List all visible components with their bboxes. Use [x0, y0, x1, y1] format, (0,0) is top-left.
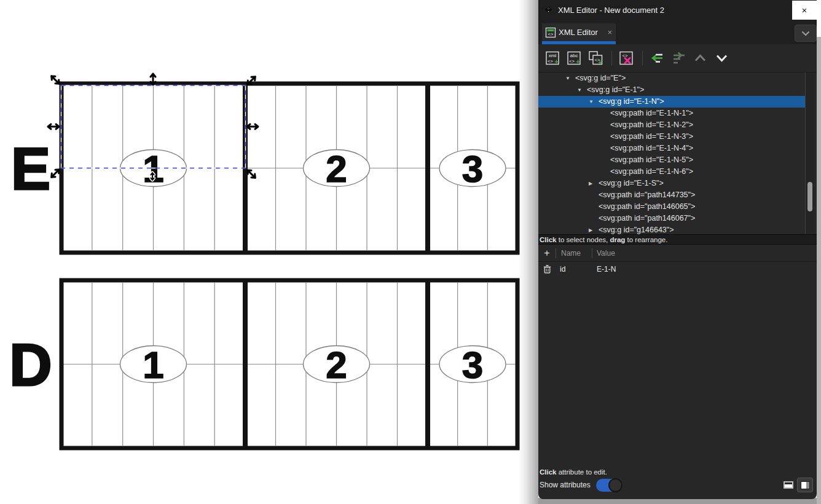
duplicate-node-icon: <> + — [587, 50, 604, 66]
toolbar-separator — [611, 51, 612, 66]
attribute-row[interactable]: idE-1-N — [538, 262, 817, 277]
svg-text:<>: <> — [569, 58, 575, 64]
unindent-node-button[interactable] — [647, 49, 667, 68]
show-attributes-label: Show attributes — [540, 481, 591, 489]
show-attributes-toggle[interactable] — [596, 479, 622, 492]
xml-node-text: <svg:path id="E-1-N-6"> — [610, 166, 693, 178]
svg-text:+: + — [554, 58, 558, 65]
xml-tree-node[interactable]: <svg:path id="path144735"> — [538, 189, 817, 201]
new-element-node-button[interactable]: xml <> + — [543, 49, 562, 68]
xml-node-text: <svg:g id="E-1"> — [587, 84, 644, 96]
xml-tree-node[interactable]: ▼<svg:g id="E"> — [538, 73, 817, 84]
xml-tree-node[interactable]: <svg:path id="E-1-N-5"> — [538, 154, 817, 166]
xml-tree-node[interactable]: ▶<svg:g id="g146643"> — [538, 224, 817, 234]
xml-node-text: <svg:path id="path146067"> — [599, 213, 695, 224]
xml-tree-node[interactable]: <svg:path id="path146065"> — [538, 201, 817, 213]
new-element-node-icon: xml <> + — [544, 50, 561, 66]
xml-node-text: <svg:path id="path146065"> — [599, 201, 695, 213]
layout-horizontal-button[interactable] — [781, 478, 796, 492]
xml-tree-node[interactable]: <svg:path id="E-1-N-4"> — [538, 143, 817, 154]
xml-node-text: <svg:g id="E"> — [575, 73, 626, 84]
hint-text: to rearrange. — [625, 236, 667, 243]
collapse-icon[interactable]: ▼ — [577, 84, 587, 96]
indent-node-button[interactable] — [669, 49, 688, 68]
attributes-table: idE-1-N — [538, 262, 817, 277]
hint-bold: drag — [610, 236, 625, 243]
attributes-empty-area — [538, 277, 817, 467]
toolbar-separator — [642, 51, 643, 66]
xml-node-text: <svg:g id="g146643"> — [599, 224, 674, 234]
xml-editor-dialog: XML Editor - New document 2 × <> XML Edi… — [538, 0, 817, 499]
delete-node-button[interactable]: <> — [616, 49, 636, 68]
section-number[interactable]: 3 — [462, 344, 483, 386]
expand-icon[interactable]: ▶ — [589, 178, 599, 189]
tree-scrollbar-track[interactable] — [805, 73, 814, 234]
xml-node-text: <svg:path id="E-1-N-3"> — [610, 131, 693, 143]
row-letter[interactable]: D — [9, 332, 52, 398]
xml-tree-node[interactable]: <svg:path id="E-1-N-2"> — [538, 119, 817, 131]
tab-label: XML Editor — [559, 28, 598, 37]
hint-bold: Click — [540, 236, 557, 243]
close-button[interactable]: × — [792, 1, 817, 20]
inkscape-logo-icon — [544, 6, 553, 15]
attribute-hint: Click attribute to edit. — [538, 467, 817, 477]
xml-tree-node[interactable]: ▶<svg:g id="E-1-S"> — [538, 178, 817, 189]
horizontal-split-icon — [784, 481, 793, 489]
section-number[interactable]: 3 — [462, 148, 483, 190]
tab-xml-editor[interactable]: <> XML Editor × — [542, 23, 616, 41]
xml-tree-node[interactable]: <svg:path id="E-1-N-6"> — [538, 166, 817, 178]
svg-text:+: + — [598, 58, 602, 66]
window-edge-right — [817, 0, 821, 504]
collapse-icon[interactable]: ▼ — [565, 73, 575, 84]
delete-attribute-button[interactable] — [538, 265, 556, 274]
dialog-title: XML Editor - New document 2 — [558, 6, 664, 15]
move-node-up-button[interactable] — [690, 49, 710, 68]
xml-node-text: <svg:path id="E-1-N-2"> — [610, 119, 693, 131]
trash-icon — [543, 265, 551, 274]
row-letter[interactable]: E — [11, 136, 50, 202]
xml-node-text: <svg:path id="E-1-N-4"> — [610, 143, 693, 154]
section-number[interactable]: 2 — [326, 148, 347, 190]
attr-value-column-header[interactable]: Value — [592, 249, 817, 258]
xml-tree-node[interactable]: <svg:path id="E-1-N-3"> — [538, 131, 817, 143]
duplicate-node-button[interactable]: <> + — [586, 49, 605, 68]
tab-bar: <> XML Editor × — [538, 20, 817, 44]
move-node-down-button[interactable] — [712, 49, 731, 68]
xml-tree-node[interactable]: <svg:path id="E-1-N-1"> — [538, 108, 817, 119]
xml-tree[interactable]: ▼<svg:g id="E">▼<svg:g id="E-1">▼<svg:g … — [538, 73, 817, 234]
xml-node-text: <svg:path id="E-1-N-1"> — [610, 108, 693, 119]
dialog-drop-shadow — [519, 0, 538, 504]
tree-hint: Click to select nodes, drag to rearrange… — [538, 234, 817, 245]
chevron-up-icon — [692, 50, 709, 66]
close-icon: × — [802, 5, 807, 15]
attribute-name[interactable]: id — [556, 265, 592, 274]
panel-menu-button[interactable] — [795, 25, 817, 42]
tree-scrollbar-thumb[interactable] — [807, 182, 812, 211]
expand-icon[interactable]: ▶ — [589, 224, 599, 234]
hint-bold: Click — [540, 468, 557, 476]
attribute-value[interactable]: E-1-N — [592, 265, 616, 274]
attributes-header: + Name Value — [538, 245, 817, 262]
section-number[interactable]: 2 — [326, 344, 347, 386]
xml-tree-node[interactable]: <svg:path id="path146067"> — [538, 213, 817, 224]
attr-name-column-header[interactable]: Name — [556, 249, 592, 258]
new-text-node-button[interactable]: abc <> + — [564, 49, 584, 68]
chevron-down-icon — [801, 31, 810, 36]
dialog-titlebar[interactable]: XML Editor - New document 2 × — [538, 0, 817, 20]
add-attribute-button[interactable]: + — [538, 245, 556, 261]
section-number[interactable]: 1 — [143, 344, 163, 386]
xml-tree-node[interactable]: ▼<svg:g id="E-1"> — [538, 84, 817, 96]
delete-node-icon: <> — [618, 50, 635, 66]
indent-node-icon — [670, 50, 687, 66]
svg-text:<>: <> — [548, 58, 553, 64]
xml-tree-node[interactable]: ▼<svg:g id="E-1-N"> — [538, 96, 805, 108]
xml-toolbar: xml <> + abc <> + <> + — [538, 44, 817, 73]
svg-text:+: + — [576, 58, 579, 65]
collapse-icon[interactable]: ▼ — [589, 96, 599, 108]
inkscape-screen: 123E123D XML Editor - New document 2 × — [0, 0, 821, 504]
window-edge-top — [817, 0, 821, 37]
chevron-down-icon — [713, 50, 730, 66]
tab-close-icon[interactable]: × — [607, 28, 612, 37]
xml-node-text: <svg:path id="path144735"> — [599, 189, 695, 201]
layout-vertical-button[interactable] — [797, 478, 813, 492]
